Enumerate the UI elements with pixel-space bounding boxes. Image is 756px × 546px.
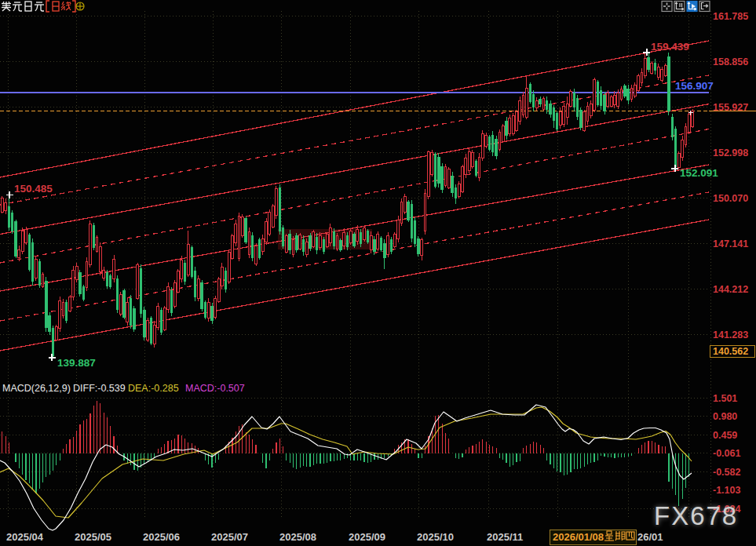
svg-text:2025/04: 2025/04 bbox=[6, 531, 44, 543]
svg-text:147.141: 147.141 bbox=[713, 238, 748, 249]
svg-text:140.562: 140.562 bbox=[713, 346, 748, 357]
svg-text:DIFF:-0.539: DIFF:-0.539 bbox=[73, 383, 126, 394]
svg-text:2025/05: 2025/05 bbox=[75, 531, 111, 543]
svg-text:150.070: 150.070 bbox=[713, 193, 748, 204]
svg-text:159.439: 159.439 bbox=[651, 41, 689, 53]
svg-text:-1.103: -1.103 bbox=[713, 485, 740, 496]
svg-text:1.501: 1.501 bbox=[713, 393, 737, 404]
svg-text:2025/06: 2025/06 bbox=[143, 531, 180, 543]
svg-text:2025/11: 2025/11 bbox=[487, 531, 523, 543]
svg-text:2025/07: 2025/07 bbox=[211, 531, 248, 543]
svg-text:DEA:-0.285: DEA:-0.285 bbox=[128, 383, 179, 394]
svg-text:-0.061: -0.061 bbox=[713, 448, 740, 459]
svg-text:FX678: FX678 bbox=[654, 501, 738, 530]
svg-text:2025/08: 2025/08 bbox=[279, 531, 316, 543]
svg-text:158.856: 158.856 bbox=[713, 56, 748, 67]
svg-text:2025/09: 2025/09 bbox=[349, 531, 385, 543]
svg-text:144.212: 144.212 bbox=[713, 284, 748, 295]
svg-text:141.283: 141.283 bbox=[713, 329, 748, 340]
svg-text:139.887: 139.887 bbox=[57, 357, 96, 369]
svg-text:156.907: 156.907 bbox=[675, 80, 714, 92]
svg-text:2025/10: 2025/10 bbox=[417, 531, 454, 543]
svg-text:0.980: 0.980 bbox=[713, 411, 737, 422]
svg-text:0.459: 0.459 bbox=[713, 430, 737, 441]
svg-text:MACD(26,12,9): MACD(26,12,9) bbox=[2, 383, 71, 394]
svg-text:150.485: 150.485 bbox=[14, 183, 53, 195]
svg-text:155.927: 155.927 bbox=[713, 102, 748, 113]
svg-text:161.785: 161.785 bbox=[713, 11, 748, 22]
svg-text:152.998: 152.998 bbox=[713, 147, 748, 158]
svg-text:26/01: 26/01 bbox=[637, 531, 663, 543]
svg-text:-0.582: -0.582 bbox=[713, 467, 740, 478]
svg-text:MACD:-0.507: MACD:-0.507 bbox=[185, 383, 245, 394]
svg-text:2026/01/08: 2026/01/08 bbox=[553, 531, 604, 543]
svg-text:152.091: 152.091 bbox=[680, 167, 718, 179]
